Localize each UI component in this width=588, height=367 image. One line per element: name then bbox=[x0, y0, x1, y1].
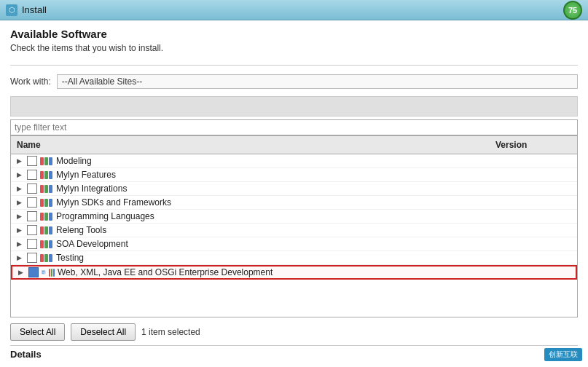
watermark: 创新互联 bbox=[544, 348, 582, 361]
table-body: ▶ Modeling ▶ Mylyn Features ▶ bbox=[11, 154, 577, 317]
row-checkbox-checked[interactable] bbox=[28, 267, 39, 277]
table-row: ▶ SOA Development bbox=[11, 237, 577, 251]
deselect-all-button[interactable]: Deselect All bbox=[71, 323, 136, 341]
row-icon bbox=[40, 156, 53, 166]
expand-icon[interactable]: ▶ bbox=[14, 211, 24, 221]
select-all-button[interactable]: Select All bbox=[10, 323, 65, 341]
svg-rect-1 bbox=[42, 271, 44, 272]
divider-top bbox=[10, 65, 578, 66]
table-row-highlighted: ▶ Web, XML, Java EE and OSGi Enterprise … bbox=[11, 265, 577, 280]
table-row: ▶ Releng Tools bbox=[11, 224, 577, 237]
table-header: Name Version bbox=[11, 136, 577, 154]
row-icon bbox=[40, 170, 53, 180]
row-label: SOA Development bbox=[56, 239, 577, 249]
filter-input[interactable] bbox=[10, 119, 578, 135]
work-with-value[interactable]: --All Available Sites-- bbox=[57, 74, 578, 89]
row-label: Mylyn SDKs and Frameworks bbox=[56, 197, 577, 208]
expand-icon[interactable]: ▶ bbox=[14, 156, 24, 166]
row-label: Modeling bbox=[56, 156, 577, 166]
details-title: Details bbox=[10, 349, 42, 360]
col-version-header: Version bbox=[490, 138, 577, 151]
row-label: Mylyn Features bbox=[56, 170, 577, 180]
row-checkbox[interactable] bbox=[27, 211, 37, 221]
main-content: Available Software Check the items that … bbox=[0, 20, 588, 367]
table-row: ▶ Modeling bbox=[11, 154, 577, 168]
table-row: ▶ Mylyn SDKs and Frameworks bbox=[11, 196, 577, 210]
row-icon-special bbox=[42, 267, 55, 277]
expand-icon[interactable]: ▶ bbox=[14, 197, 24, 208]
row-checkbox[interactable] bbox=[27, 156, 37, 166]
row-checkbox[interactable] bbox=[27, 184, 37, 194]
bottom-buttons: Select All Deselect All 1 item selected bbox=[10, 317, 578, 345]
row-icon bbox=[40, 225, 53, 235]
row-icon bbox=[40, 253, 53, 263]
table-row: ▶ Programming Languages bbox=[11, 210, 577, 224]
row-label: Mylyn Integrations bbox=[56, 184, 577, 194]
progress-badge: 75 bbox=[563, 1, 582, 20]
table-row: ▶ Testing bbox=[11, 251, 577, 265]
row-checkbox[interactable] bbox=[27, 253, 37, 263]
row-icon bbox=[40, 239, 53, 249]
row-checkbox[interactable] bbox=[27, 170, 37, 180]
row-label: Programming Languages bbox=[56, 211, 577, 221]
title-bar: ⬡ Install 75 bbox=[0, 0, 588, 20]
work-with-label: Work with: bbox=[10, 76, 51, 87]
title-bar-text: Install bbox=[22, 4, 563, 15]
svg-rect-2 bbox=[42, 272, 44, 273]
table-row: ▶ Mylyn Features bbox=[11, 168, 577, 182]
expand-icon[interactable]: ▶ bbox=[14, 239, 24, 249]
expand-icon[interactable]: ▶ bbox=[14, 253, 24, 263]
row-label: Releng Tools bbox=[56, 225, 577, 235]
expand-icon[interactable]: ▶ bbox=[14, 170, 24, 180]
row-icon bbox=[40, 211, 53, 221]
software-table: Name Version ▶ Modeling ▶ Mylyn Feature bbox=[10, 135, 578, 317]
row-label-web: Web, XML, Java EE and OSGi Enterprise De… bbox=[58, 267, 576, 277]
row-checkbox[interactable] bbox=[27, 225, 37, 235]
page-subtitle: Check the items that you wish to install… bbox=[10, 43, 578, 53]
row-checkbox[interactable] bbox=[27, 197, 37, 208]
details-section: Details bbox=[10, 345, 578, 360]
work-with-row: Work with: --All Available Sites-- bbox=[10, 70, 578, 93]
svg-rect-3 bbox=[42, 273, 44, 274]
page-title: Available Software bbox=[10, 28, 578, 40]
sites-bar bbox=[10, 96, 578, 117]
expand-icon[interactable]: ▶ bbox=[14, 225, 24, 235]
expand-icon[interactable]: ▶ bbox=[14, 184, 24, 194]
row-checkbox[interactable] bbox=[27, 239, 37, 249]
col-name-header: Name bbox=[11, 138, 490, 151]
selected-count: 1 item selected bbox=[141, 327, 200, 337]
row-icon bbox=[40, 184, 53, 194]
table-row: ▶ Mylyn Integrations bbox=[11, 182, 577, 196]
expand-icon[interactable]: ▶ bbox=[15, 267, 26, 277]
row-label: Testing bbox=[56, 253, 577, 263]
row-icon bbox=[40, 197, 53, 208]
install-icon: ⬡ bbox=[6, 4, 17, 16]
